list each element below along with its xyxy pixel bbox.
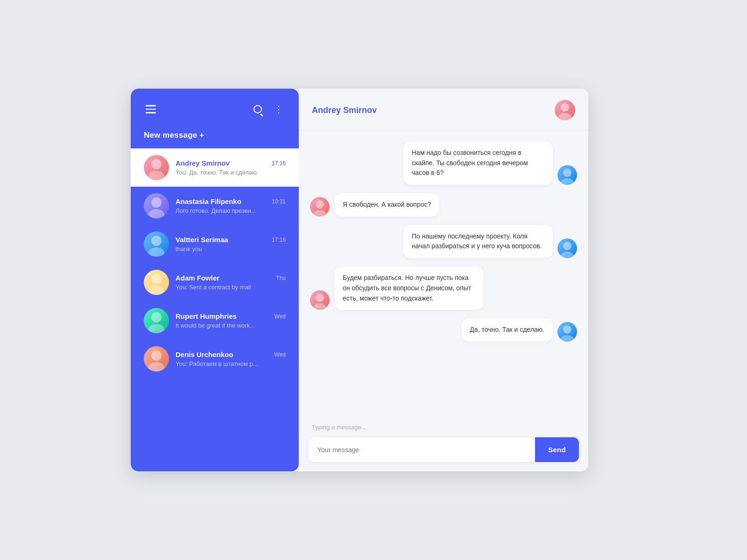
svg-point-8 [151,312,162,322]
svg-point-13 [558,113,571,120]
svg-point-9 [148,324,164,333]
message-row-msg4: Будем разбираться. Но лучше пусть пока о… [310,266,577,310]
contact-info: Rupert Humphries Wed It would be great i… [176,312,286,329]
svg-point-15 [561,178,574,185]
msg-sender-avatar [557,165,577,185]
msg-bubble: Будем разбираться. Но лучше пусть пока о… [334,266,484,310]
contact-name-row: Adam Fowler Thu [176,274,286,282]
message-row-msg5: Да, точно. Так и сделаю. [310,318,577,342]
contact-preview: You: Sent a contract by mail [176,284,286,291]
contact-avatar [144,346,169,371]
message-row-msg1: Нам надо бы созвониться сегодня в скайпе… [310,141,577,185]
sidebar-header-icons: ⋮ [252,102,286,117]
msg-avatar [310,290,330,310]
contact-preview: It would be great if the work... [176,322,286,329]
contact-item-rupert-humphries[interactable]: Rupert Humphries Wed It would be great i… [131,301,299,340]
avatar-image [144,346,169,371]
svg-point-21 [313,303,326,310]
message-input-area: Send [299,433,588,471]
svg-point-11 [148,362,164,371]
contact-preview: You: Работаем в штатном р... [176,360,286,367]
contact-avatar [144,155,169,180]
msg-avatar-image [557,322,577,342]
msg-bubble: Да, точно. Так и сделаю. [461,318,553,342]
svg-point-3 [148,209,164,218]
svg-point-16 [316,200,324,209]
msg-avatar-image [310,290,330,310]
msg-avatar [310,197,330,217]
more-options-button[interactable]: ⋮ [272,102,286,117]
svg-point-0 [151,159,162,169]
contact-name: Rupert Humphries [176,312,237,320]
typing-indicator: Typing a message... [299,421,588,433]
msg-bubble: Нам надо бы созвониться сегодня в скайпе… [403,141,553,185]
contact-avatar [144,308,169,333]
contact-info: Valtteri Serimaa 17:16 thank you [176,236,286,252]
contact-name: Valtteri Serimaa [176,236,228,244]
contact-item-anastasia-filipenko[interactable]: Anastasia Filipenko 10:31 Лого готово. Д… [131,187,299,225]
message-row-msg3: По нашему последнему проекту. Коля начал… [310,225,577,258]
svg-point-17 [313,210,326,217]
svg-point-22 [563,325,571,334]
send-button[interactable]: Send [535,437,579,462]
svg-point-12 [561,103,569,112]
chat-header-avatar [555,100,575,120]
contact-info: Anastasia Filipenko 10:31 Лого готово. Д… [176,197,286,214]
contact-name: Adam Fowler [176,274,219,282]
search-button[interactable] [252,103,264,115]
contact-info: Andrey Smirnov 17:16 You: Да, точно. Так… [176,159,286,176]
contact-time: Wed [275,351,286,358]
chat-header: Andrey Smirnov [299,89,588,130]
menu-button[interactable] [144,103,158,115]
messages-area: Нам надо бы созвониться сегодня в скайпе… [299,130,588,421]
new-message-button[interactable]: New message + [131,126,299,148]
contact-info: Denis Urchenkoo Wed You: Работаем в штат… [176,350,286,367]
contact-name: Denis Urchenkoo [176,350,233,358]
msg-bubble: Я свободен. А какой вопрос? [334,193,439,217]
svg-point-18 [563,242,571,250]
contact-name-row: Andrey Smirnov 17:16 [176,159,286,167]
avatar-image [144,308,169,333]
msg-bubble: По нашему последнему проекту. Коля начал… [403,225,553,258]
contact-item-andrey-smirnov[interactable]: Andrey Smirnov 17:16 You: Да, точно. Так… [131,148,299,187]
contact-name-row: Valtteri Serimaa 17:16 [176,236,286,244]
svg-point-23 [561,335,574,342]
contact-preview: thank you [176,245,286,252]
svg-point-19 [561,252,574,258]
contact-avatar [144,231,169,257]
svg-point-4 [151,236,162,246]
contact-preview: Лого готово. Делаю презен... [176,207,286,214]
contact-time: 10:31 [272,198,286,205]
contact-info: Adam Fowler Thu You: Sent a contract by … [176,274,286,291]
chat-contact-name: Andrey Smirnov [312,105,377,115]
contact-item-denis-urchenkoo[interactable]: Denis Urchenkoo Wed You: Работаем в штат… [131,340,299,378]
msg-sender-avatar [557,238,577,258]
contact-avatar [144,270,169,295]
message-input-box: Send [308,437,579,462]
search-icon [254,105,262,113]
svg-point-6 [151,274,162,284]
svg-point-7 [148,286,164,295]
avatar-image [144,155,169,180]
svg-point-14 [563,168,571,177]
contact-item-valtteri-serimaa[interactable]: Valtteri Serimaa 17:16 thank you [131,225,299,263]
contact-name-row: Rupert Humphries Wed [176,312,286,320]
contact-time: Wed [275,313,286,320]
contact-name: Anastasia Filipenko [176,197,241,205]
contact-time: Thu [276,275,286,281]
contact-name: Andrey Smirnov [176,159,230,167]
more-icon: ⋮ [274,104,284,115]
avatar-image [144,231,169,257]
message-input[interactable] [308,438,535,462]
contact-time: 17:16 [272,237,286,243]
app-container: ⋮ New message + Andrey Smirnov 17:16 You… [131,89,588,471]
svg-point-2 [151,197,162,208]
contact-preview: You: Да, точно. Так и сделаю. [176,169,286,176]
avatar-image [144,270,169,295]
avatar-image [144,193,169,218]
svg-point-1 [148,171,164,180]
contact-avatar [144,193,169,218]
contact-item-adam-fowler[interactable]: Adam Fowler Thu You: Sent a contract by … [131,263,299,301]
svg-point-5 [148,247,164,257]
contact-time: 17:16 [272,160,286,167]
